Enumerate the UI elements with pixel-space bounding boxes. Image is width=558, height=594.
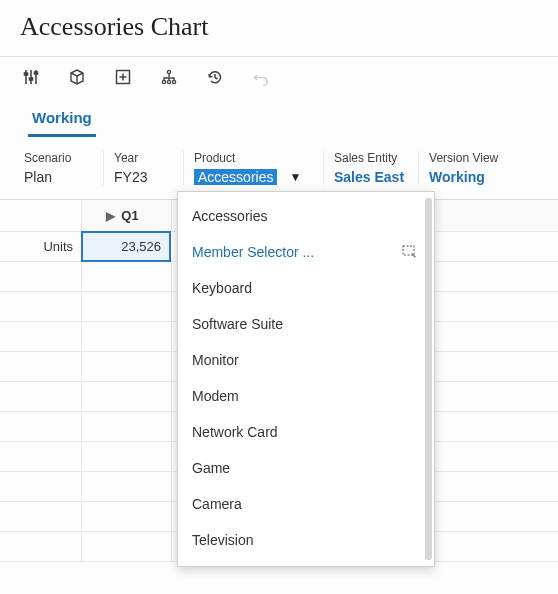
menu-item-label: Monitor	[192, 352, 239, 368]
toolbar	[0, 57, 558, 97]
cube-icon[interactable]	[68, 68, 86, 86]
dim-version-view-value[interactable]: Working	[429, 169, 498, 185]
history-icon[interactable]	[206, 68, 224, 86]
page-title: Accessories Chart	[0, 0, 558, 56]
expand-right-icon[interactable]: ▶	[106, 209, 115, 223]
menu-item-label: Camera	[192, 496, 242, 512]
col-header-q1[interactable]: ▶ Q1	[82, 200, 172, 231]
undo-icon	[252, 68, 270, 86]
menu-item-label: Accessories	[192, 208, 267, 224]
hierarchy-icon[interactable]	[160, 68, 178, 86]
menu-item-keyboard[interactable]: Keyboard	[178, 270, 434, 306]
svg-point-12	[172, 80, 175, 83]
menu-item-label: Software Suite	[192, 316, 283, 332]
col-header-label: Q1	[121, 208, 138, 223]
tabs: Working	[0, 97, 558, 137]
pov-bar: Scenario Plan Year FY23 Product Accessor…	[0, 137, 558, 189]
menu-item-game[interactable]: Game	[178, 450, 434, 486]
dim-year: Year FY23	[104, 151, 184, 185]
menu-item-camera[interactable]: Camera	[178, 486, 434, 522]
sliders-icon[interactable]	[22, 68, 40, 86]
selector-cursor-icon	[402, 245, 420, 259]
tab-working[interactable]: Working	[28, 103, 96, 137]
dim-product-label: Product	[194, 151, 309, 165]
dim-scenario: Scenario Plan	[24, 151, 104, 185]
menu-item-network-card[interactable]: Network Card	[178, 414, 434, 450]
dim-sales-entity[interactable]: Sales Entity Sales East	[324, 151, 419, 185]
dim-product-value[interactable]: Accessories	[194, 169, 277, 185]
grid-corner	[0, 200, 82, 231]
dim-version-view-label: Version View	[429, 151, 498, 165]
menu-item-television[interactable]: Television	[178, 522, 434, 558]
menu-item-label: Network Card	[192, 424, 278, 440]
svg-rect-5	[35, 72, 38, 74]
dim-scenario-value: Plan	[24, 169, 89, 185]
svg-point-11	[167, 80, 170, 83]
svg-point-9	[167, 70, 170, 73]
scrollbar[interactable]	[425, 198, 432, 560]
svg-rect-3	[25, 73, 28, 75]
svg-rect-4	[30, 78, 33, 80]
dim-version-view[interactable]: Version View Working	[419, 151, 512, 185]
row-header-units[interactable]: Units	[0, 232, 82, 261]
dim-year-label: Year	[114, 151, 169, 165]
menu-item-software-suite[interactable]: Software Suite	[178, 306, 434, 342]
cell-units-q1[interactable]: 23,526	[81, 231, 171, 262]
menu-item-label: Game	[192, 460, 230, 476]
menu-item-monitor[interactable]: Monitor	[178, 342, 434, 378]
dim-sales-entity-value[interactable]: Sales East	[334, 169, 404, 185]
menu-item-label: Member Selector ...	[192, 244, 314, 260]
menu-item-label: Television	[192, 532, 253, 548]
menu-item-label: Modem	[192, 388, 239, 404]
svg-point-10	[162, 80, 165, 83]
menu-item-member-selector[interactable]: Member Selector ...	[178, 234, 434, 270]
dim-product[interactable]: Product Accessories ▼	[184, 151, 324, 185]
dim-sales-entity-label: Sales Entity	[334, 151, 404, 165]
menu-item-modem[interactable]: Modem	[178, 378, 434, 414]
dim-year-value: FY23	[114, 169, 169, 185]
add-note-icon[interactable]	[114, 68, 132, 86]
chevron-down-icon[interactable]: ▼	[289, 170, 301, 184]
menu-item-accessories[interactable]: Accessories	[178, 198, 434, 234]
menu-item-label: Keyboard	[192, 280, 252, 296]
product-dropdown-menu: Accessories Member Selector ... Keyboard…	[177, 191, 435, 567]
dim-scenario-label: Scenario	[24, 151, 89, 165]
